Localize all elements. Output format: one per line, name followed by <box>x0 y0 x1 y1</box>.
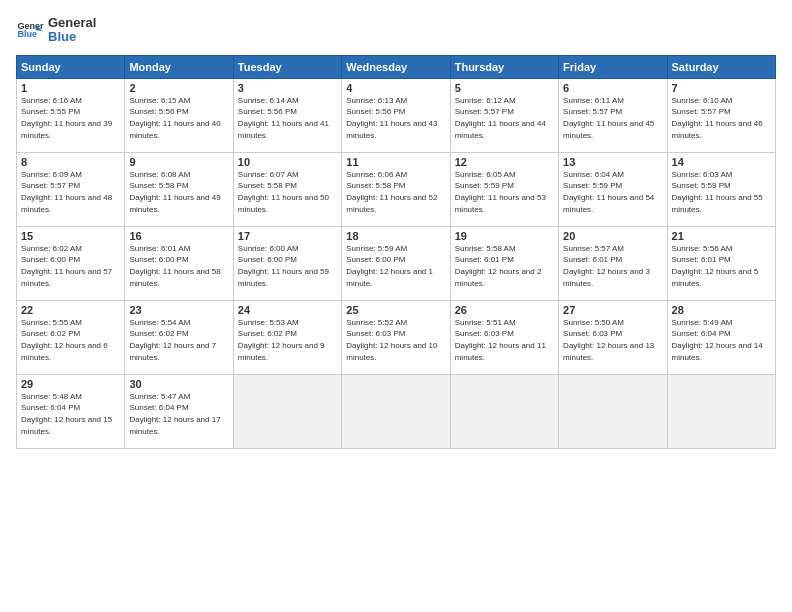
calendar-cell: 23Sunrise: 5:54 AMSunset: 6:02 PMDayligh… <box>125 300 233 374</box>
day-number: 24 <box>238 304 337 316</box>
cell-text: Sunrise: 6:15 AMSunset: 5:56 PMDaylight:… <box>129 96 220 140</box>
day-header-sunday: Sunday <box>17 55 125 78</box>
calendar-cell: 17Sunrise: 6:00 AMSunset: 6:00 PMDayligh… <box>233 226 341 300</box>
calendar-cell: 29Sunrise: 5:48 AMSunset: 6:04 PMDayligh… <box>17 374 125 448</box>
day-header-monday: Monday <box>125 55 233 78</box>
cell-text: Sunrise: 5:47 AMSunset: 6:04 PMDaylight:… <box>129 392 220 436</box>
day-number: 18 <box>346 230 445 242</box>
calendar-cell <box>342 374 450 448</box>
cell-text: Sunrise: 6:04 AMSunset: 5:59 PMDaylight:… <box>563 170 654 214</box>
cell-text: Sunrise: 6:03 AMSunset: 5:59 PMDaylight:… <box>672 170 763 214</box>
day-number: 14 <box>672 156 771 168</box>
cell-text: Sunrise: 6:16 AMSunset: 5:55 PMDaylight:… <box>21 96 112 140</box>
day-number: 11 <box>346 156 445 168</box>
day-number: 12 <box>455 156 554 168</box>
day-number: 13 <box>563 156 662 168</box>
header-row: SundayMondayTuesdayWednesdayThursdayFrid… <box>17 55 776 78</box>
calendar-cell: 15Sunrise: 6:02 AMSunset: 6:00 PMDayligh… <box>17 226 125 300</box>
calendar-table: SundayMondayTuesdayWednesdayThursdayFrid… <box>16 55 776 449</box>
page: General Blue General Blue SundayMondayTu… <box>0 0 792 612</box>
cell-text: Sunrise: 6:05 AMSunset: 5:59 PMDaylight:… <box>455 170 546 214</box>
day-header-wednesday: Wednesday <box>342 55 450 78</box>
cell-text: Sunrise: 6:08 AMSunset: 5:58 PMDaylight:… <box>129 170 220 214</box>
cell-text: Sunrise: 5:56 AMSunset: 6:01 PMDaylight:… <box>672 244 759 288</box>
calendar-cell: 8Sunrise: 6:09 AMSunset: 5:57 PMDaylight… <box>17 152 125 226</box>
cell-text: Sunrise: 6:14 AMSunset: 5:56 PMDaylight:… <box>238 96 329 140</box>
day-number: 20 <box>563 230 662 242</box>
day-number: 7 <box>672 82 771 94</box>
day-number: 27 <box>563 304 662 316</box>
cell-text: Sunrise: 6:10 AMSunset: 5:57 PMDaylight:… <box>672 96 763 140</box>
header: General Blue General Blue <box>16 16 776 45</box>
logo-icon: General Blue <box>16 16 44 44</box>
cell-text: Sunrise: 5:51 AMSunset: 6:03 PMDaylight:… <box>455 318 546 362</box>
week-row-5: 29Sunrise: 5:48 AMSunset: 6:04 PMDayligh… <box>17 374 776 448</box>
day-number: 25 <box>346 304 445 316</box>
day-number: 8 <box>21 156 120 168</box>
calendar-cell <box>667 374 775 448</box>
day-header-friday: Friday <box>559 55 667 78</box>
day-number: 28 <box>672 304 771 316</box>
cell-text: Sunrise: 5:50 AMSunset: 6:03 PMDaylight:… <box>563 318 654 362</box>
cell-text: Sunrise: 5:55 AMSunset: 6:02 PMDaylight:… <box>21 318 108 362</box>
cell-text: Sunrise: 5:53 AMSunset: 6:02 PMDaylight:… <box>238 318 325 362</box>
day-number: 1 <box>21 82 120 94</box>
calendar-cell: 28Sunrise: 5:49 AMSunset: 6:04 PMDayligh… <box>667 300 775 374</box>
day-number: 9 <box>129 156 228 168</box>
calendar-cell <box>559 374 667 448</box>
calendar-cell: 9Sunrise: 6:08 AMSunset: 5:58 PMDaylight… <box>125 152 233 226</box>
week-row-2: 8Sunrise: 6:09 AMSunset: 5:57 PMDaylight… <box>17 152 776 226</box>
cell-text: Sunrise: 6:13 AMSunset: 5:56 PMDaylight:… <box>346 96 437 140</box>
logo: General Blue General Blue <box>16 16 96 45</box>
cell-text: Sunrise: 5:57 AMSunset: 6:01 PMDaylight:… <box>563 244 650 288</box>
cell-text: Sunrise: 6:07 AMSunset: 5:58 PMDaylight:… <box>238 170 329 214</box>
logo-blue: Blue <box>48 30 96 44</box>
calendar-cell <box>233 374 341 448</box>
cell-text: Sunrise: 6:12 AMSunset: 5:57 PMDaylight:… <box>455 96 546 140</box>
day-number: 22 <box>21 304 120 316</box>
day-number: 23 <box>129 304 228 316</box>
logo-general: General <box>48 16 96 30</box>
calendar-cell: 30Sunrise: 5:47 AMSunset: 6:04 PMDayligh… <box>125 374 233 448</box>
calendar-cell <box>450 374 558 448</box>
cell-text: Sunrise: 5:52 AMSunset: 6:03 PMDaylight:… <box>346 318 437 362</box>
cell-text: Sunrise: 6:01 AMSunset: 6:00 PMDaylight:… <box>129 244 220 288</box>
day-number: 6 <box>563 82 662 94</box>
day-number: 29 <box>21 378 120 390</box>
calendar-cell: 4Sunrise: 6:13 AMSunset: 5:56 PMDaylight… <box>342 78 450 152</box>
day-number: 5 <box>455 82 554 94</box>
calendar-cell: 11Sunrise: 6:06 AMSunset: 5:58 PMDayligh… <box>342 152 450 226</box>
calendar-cell: 16Sunrise: 6:01 AMSunset: 6:00 PMDayligh… <box>125 226 233 300</box>
calendar-cell: 27Sunrise: 5:50 AMSunset: 6:03 PMDayligh… <box>559 300 667 374</box>
day-header-thursday: Thursday <box>450 55 558 78</box>
calendar-cell: 6Sunrise: 6:11 AMSunset: 5:57 PMDaylight… <box>559 78 667 152</box>
week-row-1: 1Sunrise: 6:16 AMSunset: 5:55 PMDaylight… <box>17 78 776 152</box>
day-number: 15 <box>21 230 120 242</box>
cell-text: Sunrise: 5:54 AMSunset: 6:02 PMDaylight:… <box>129 318 216 362</box>
cell-text: Sunrise: 5:59 AMSunset: 6:00 PMDaylight:… <box>346 244 433 288</box>
day-number: 16 <box>129 230 228 242</box>
calendar-cell: 22Sunrise: 5:55 AMSunset: 6:02 PMDayligh… <box>17 300 125 374</box>
calendar-cell: 3Sunrise: 6:14 AMSunset: 5:56 PMDaylight… <box>233 78 341 152</box>
cell-text: Sunrise: 5:48 AMSunset: 6:04 PMDaylight:… <box>21 392 112 436</box>
week-row-4: 22Sunrise: 5:55 AMSunset: 6:02 PMDayligh… <box>17 300 776 374</box>
calendar-cell: 2Sunrise: 6:15 AMSunset: 5:56 PMDaylight… <box>125 78 233 152</box>
calendar-cell: 19Sunrise: 5:58 AMSunset: 6:01 PMDayligh… <box>450 226 558 300</box>
calendar-cell: 26Sunrise: 5:51 AMSunset: 6:03 PMDayligh… <box>450 300 558 374</box>
day-number: 3 <box>238 82 337 94</box>
day-number: 26 <box>455 304 554 316</box>
cell-text: Sunrise: 6:02 AMSunset: 6:00 PMDaylight:… <box>21 244 112 288</box>
cell-text: Sunrise: 6:09 AMSunset: 5:57 PMDaylight:… <box>21 170 112 214</box>
cell-text: Sunrise: 5:58 AMSunset: 6:01 PMDaylight:… <box>455 244 542 288</box>
calendar-cell: 20Sunrise: 5:57 AMSunset: 6:01 PMDayligh… <box>559 226 667 300</box>
svg-text:Blue: Blue <box>17 29 37 39</box>
calendar-cell: 10Sunrise: 6:07 AMSunset: 5:58 PMDayligh… <box>233 152 341 226</box>
calendar-cell: 1Sunrise: 6:16 AMSunset: 5:55 PMDaylight… <box>17 78 125 152</box>
calendar-cell: 18Sunrise: 5:59 AMSunset: 6:00 PMDayligh… <box>342 226 450 300</box>
day-number: 21 <box>672 230 771 242</box>
calendar-cell: 7Sunrise: 6:10 AMSunset: 5:57 PMDaylight… <box>667 78 775 152</box>
cell-text: Sunrise: 6:06 AMSunset: 5:58 PMDaylight:… <box>346 170 437 214</box>
cell-text: Sunrise: 5:49 AMSunset: 6:04 PMDaylight:… <box>672 318 763 362</box>
day-header-tuesday: Tuesday <box>233 55 341 78</box>
calendar-cell: 5Sunrise: 6:12 AMSunset: 5:57 PMDaylight… <box>450 78 558 152</box>
